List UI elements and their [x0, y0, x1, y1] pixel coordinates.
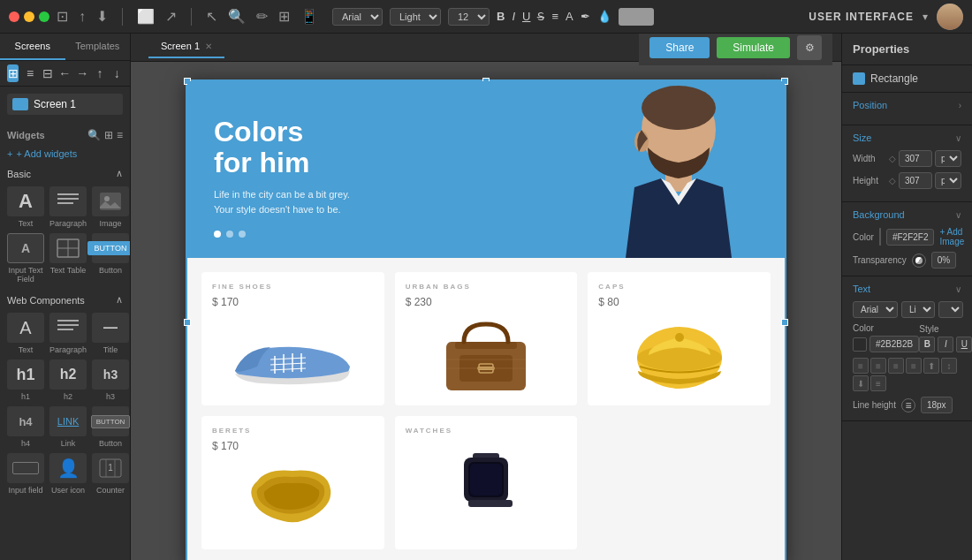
widget-paragraph-icon — [49, 186, 87, 216]
bold-icon[interactable]: B — [497, 10, 505, 23]
transparency-icon[interactable] — [912, 254, 926, 268]
save-icon[interactable]: ⬇ — [96, 8, 108, 25]
align-bot-btn[interactable]: ⬇ — [853, 375, 869, 391]
widget-paragraph[interactable]: Paragraph — [49, 186, 87, 228]
widget-button[interactable]: BUTTON Button — [92, 233, 129, 284]
web-widget-button[interactable]: BUTTON Button — [92, 406, 129, 448]
size-collapse[interactable]: ∨ — [955, 133, 961, 143]
svg-rect-42 — [473, 500, 499, 507]
frame-icon[interactable]: ⬜ — [137, 8, 155, 25]
align-right-btn[interactable]: ≡ — [888, 358, 904, 374]
underline-icon[interactable]: U — [522, 10, 530, 23]
text-color-swatch[interactable] — [853, 337, 867, 352]
handle-mid-right[interactable] — [781, 319, 788, 326]
web-widget-counter[interactable]: 1 Counter — [92, 453, 129, 495]
strikethrough-icon[interactable]: S̶ — [537, 10, 544, 23]
handle-mid-left[interactable] — [184, 319, 191, 326]
web-widget-user-icon[interactable]: 👤 User icon — [49, 453, 87, 495]
line-height-icon[interactable]: ≡ — [901, 398, 915, 412]
italic-btn[interactable]: I — [938, 337, 953, 352]
text-font-weight[interactable]: Light — [901, 301, 935, 318]
align-center-btn[interactable]: ≡ — [870, 358, 886, 374]
arrow-up-btn[interactable]: ↑ — [94, 64, 105, 82]
width-unit-select[interactable]: px — [935, 150, 961, 167]
dropdown-icon[interactable]: ▾ — [923, 11, 928, 23]
canvas-tab-screen1[interactable]: Screen 1 ✕ — [148, 35, 224, 58]
font-family-select[interactable]: Arial — [332, 8, 383, 26]
italic-icon[interactable]: I — [512, 10, 515, 23]
share-button[interactable]: Share — [649, 37, 710, 58]
arrow-left-btn[interactable]: ← — [58, 64, 71, 82]
position-collapse[interactable]: › — [959, 101, 961, 110]
bg-color-swatch[interactable] — [879, 228, 881, 246]
cursor-icon[interactable]: ↖ — [206, 8, 217, 25]
font-weight-select[interactable]: Light — [390, 8, 441, 26]
basic-collapse-icon[interactable]: ∧ — [116, 168, 123, 179]
add-widgets-btn[interactable]: + + Add widgets — [7, 148, 123, 159]
paint-icon[interactable]: ✏ — [256, 8, 268, 25]
text-font-family[interactable]: Arial — [853, 301, 898, 318]
crop-icon[interactable]: ⊞ — [278, 8, 290, 25]
align-mid-btn[interactable]: ↕ — [941, 358, 957, 374]
font-size-select[interactable]: 12 — [448, 8, 490, 26]
align-justify-btn[interactable]: ≡ — [906, 358, 922, 374]
widget-image[interactable]: Image — [92, 186, 129, 228]
list-view-btn2[interactable]: ⊟ — [42, 64, 53, 82]
height-decrement[interactable]: ◇ — [889, 176, 896, 185]
arrow-right-btn[interactable]: → — [76, 64, 88, 82]
background-collapse[interactable]: ∨ — [955, 210, 961, 220]
align-left-btn[interactable]: ≡ — [853, 358, 869, 374]
search-icon[interactable]: 🔍 — [228, 8, 246, 25]
web-widget-input[interactable]: Input field — [7, 453, 44, 495]
underline-btn[interactable]: U — [956, 337, 972, 352]
bold-btn[interactable]: B — [919, 337, 935, 352]
widget-text[interactable]: A Text — [7, 186, 44, 228]
width-input[interactable] — [899, 150, 932, 167]
height-input[interactable] — [899, 172, 932, 189]
new-file-icon[interactable]: ⊡ — [57, 8, 68, 25]
close-dot[interactable] — [9, 11, 19, 22]
web-collapse-icon[interactable]: ∧ — [116, 294, 123, 306]
simulate-button[interactable]: Simulate — [717, 37, 790, 58]
maximize-dot[interactable] — [39, 11, 49, 22]
open-icon[interactable]: ↑ — [79, 9, 86, 25]
widget-text-table[interactable]: Text Table — [49, 233, 87, 284]
color-box[interactable] — [619, 8, 654, 26]
height-unit-select[interactable]: px — [935, 172, 961, 189]
sidebar-tab-templates[interactable]: Templates — [65, 34, 131, 60]
widget-input-text[interactable]: A Input Text Field — [7, 233, 44, 284]
tab-close-icon[interactable]: ✕ — [205, 42, 212, 51]
list-view-btn[interactable]: ≡ — [24, 64, 35, 82]
web-widget-h4[interactable]: h4 h4 — [7, 406, 44, 448]
text-color-icon[interactable]: A — [566, 10, 573, 23]
align-top-btn[interactable]: ⬆ — [923, 358, 939, 374]
device-icon[interactable]: 📱 — [300, 8, 318, 25]
grid-view-btn[interactable]: ⊞ — [7, 64, 19, 82]
text-font-size[interactable]: 12 — [938, 301, 963, 318]
text-align-icon[interactable]: ≡ — [551, 10, 558, 23]
web-widget-text[interactable]: A Text — [7, 313, 44, 354]
web-widget-h2[interactable]: h2 h2 — [49, 359, 87, 401]
text-collapse[interactable]: ∨ — [955, 284, 961, 294]
add-image-btn[interactable]: + Add Image — [939, 227, 964, 246]
web-widget-paragraph[interactable]: Paragraph — [49, 313, 87, 354]
web-widget-h3[interactable]: h3 h3 — [92, 359, 129, 401]
list-widgets-icon[interactable]: ≡ — [117, 129, 123, 141]
web-widget-title[interactable]: — Title — [92, 313, 129, 354]
canvas-scroll-area[interactable]: NEW OVERVIEW GALLERY CONTACT Colorsfor h… — [131, 62, 841, 560]
user-avatar[interactable] — [937, 4, 963, 30]
minimize-dot[interactable] — [24, 11, 34, 22]
pen-icon[interactable]: ✒ — [581, 10, 590, 23]
export-icon[interactable]: ↗ — [165, 8, 177, 25]
settings-icon-button[interactable]: ⚙ — [797, 35, 822, 60]
align-extra-btn[interactable]: ≡ — [870, 375, 886, 391]
color-picker-icon[interactable]: 💧 — [597, 10, 611, 23]
width-decrement[interactable]: ◇ — [889, 154, 896, 163]
search-widgets-icon[interactable]: 🔍 — [87, 129, 101, 141]
grid-widgets-icon[interactable]: ⊞ — [104, 129, 113, 141]
arrow-down-btn[interactable]: ↓ — [111, 64, 123, 82]
web-widget-link[interactable]: LINK Link — [49, 406, 87, 448]
screen-item[interactable]: Screen 1 — [7, 94, 123, 115]
sidebar-tab-screens[interactable]: Screens — [0, 34, 65, 60]
web-widget-h1[interactable]: h1 h1 — [7, 359, 44, 401]
